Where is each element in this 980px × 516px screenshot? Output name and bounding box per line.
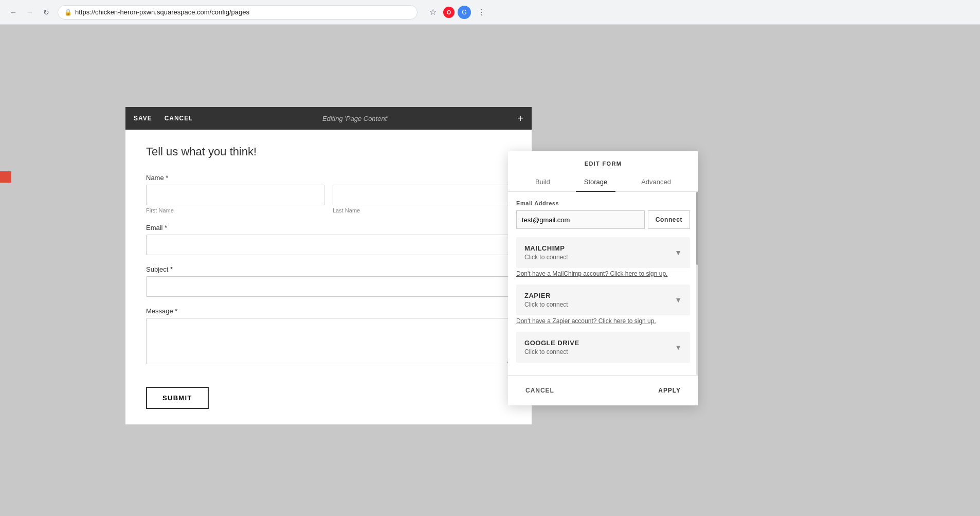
email-connect-row: Connect	[516, 210, 690, 229]
email-address-input[interactable]	[516, 210, 645, 229]
google-drive-card[interactable]: GOOGLE DRIVE Click to connect ▼	[516, 332, 690, 363]
add-content-button[interactable]: +	[517, 113, 523, 124]
panel-header: EDIT FORM Build Storage Advanced	[508, 151, 698, 192]
last-name-field: Last Name	[333, 185, 511, 213]
email-address-label: Email Address	[516, 200, 690, 206]
google-drive-sub: Click to connect	[524, 348, 579, 355]
first-name-input[interactable]	[146, 185, 324, 205]
scroll-thumb	[696, 192, 698, 265]
mailchimp-signup-link[interactable]: Don't have a MailChimp account? Click he…	[516, 270, 690, 277]
zapier-sub: Click to connect	[524, 301, 568, 308]
nav-buttons: ← → ↻	[6, 5, 53, 20]
name-group: Name * First Name Last Name	[146, 174, 511, 213]
subject-label: Subject *	[146, 265, 511, 273]
mailchimp-name: MAILCHIMP	[524, 244, 568, 252]
page-content: SAVE CANCEL Editing 'Page Content' + Tel…	[0, 25, 980, 516]
panel-title: EDIT FORM	[508, 161, 698, 167]
name-label: Name *	[146, 174, 511, 182]
tab-storage[interactable]: Storage	[576, 173, 616, 192]
email-input[interactable]	[146, 235, 511, 255]
tab-build[interactable]: Build	[527, 173, 558, 192]
url-text: https://chicken-heron-pxwn.squarespace.c…	[75, 8, 249, 16]
first-name-label: First Name	[146, 207, 324, 213]
reload-button[interactable]: ↻	[39, 5, 53, 20]
cancel-button[interactable]: CANCEL	[165, 113, 193, 124]
submit-button[interactable]: SUBMIT	[146, 387, 209, 409]
name-row: First Name Last Name	[146, 185, 511, 213]
red-indicator	[0, 171, 11, 183]
panel-apply-button[interactable]: APPLY	[649, 383, 690, 398]
scrollbar[interactable]	[696, 192, 698, 375]
mailchimp-card[interactable]: MAILCHIMP Click to connect ▼	[516, 237, 690, 268]
zapier-info: ZAPIER Click to connect	[524, 292, 568, 308]
last-name-input[interactable]	[333, 185, 511, 205]
mailchimp-info: MAILCHIMP Click to connect	[524, 244, 568, 261]
last-name-label: Last Name	[333, 207, 511, 213]
mailchimp-sub: Click to connect	[524, 254, 568, 261]
subject-input[interactable]	[146, 276, 511, 297]
page-heading: Tell us what you think!	[146, 145, 511, 158]
tab-advanced[interactable]: Advanced	[633, 173, 679, 192]
lock-icon: 🔒	[64, 9, 72, 16]
bookmark-button[interactable]: ☆	[426, 5, 440, 20]
editing-container: SAVE CANCEL Editing 'Page Content' + Tel…	[125, 107, 532, 424]
google-drive-arrow-icon: ▼	[675, 343, 682, 351]
subject-group: Subject *	[146, 265, 511, 297]
message-group: Message *	[146, 307, 511, 366]
zapier-signup-link[interactable]: Don't have a Zapier account? Click here …	[516, 317, 690, 325]
first-name-field: First Name	[146, 185, 324, 213]
google-drive-info: GOOGLE DRIVE Click to connect	[524, 339, 579, 355]
email-group: Email *	[146, 224, 511, 255]
address-bar[interactable]: 🔒 https://chicken-heron-pxwn.squarespace…	[58, 5, 418, 20]
browser-chrome: ← → ↻ 🔒 https://chicken-heron-pxwn.squar…	[0, 0, 980, 25]
panel-body: Email Address Connect MAILCHIMP Click to…	[508, 192, 698, 375]
opera-icon: O	[443, 7, 455, 18]
menu-button[interactable]: ⋮	[474, 5, 488, 20]
zapier-name: ZAPIER	[524, 292, 568, 299]
google-drive-name: GOOGLE DRIVE	[524, 339, 579, 347]
zapier-arrow-icon: ▼	[675, 296, 682, 304]
mailchimp-arrow-icon: ▼	[675, 248, 682, 257]
profile-icon[interactable]: G	[458, 6, 471, 19]
form-area: Tell us what you think! Name * First Nam…	[125, 130, 532, 424]
message-textarea[interactable]	[146, 318, 511, 364]
edit-form-panel: EDIT FORM Build Storage Advanced Email A…	[508, 151, 698, 405]
panel-cancel-button[interactable]: CANCEL	[516, 383, 564, 398]
back-button[interactable]: ←	[6, 5, 21, 20]
panel-tabs: Build Storage Advanced	[508, 173, 698, 191]
save-button[interactable]: SAVE	[134, 113, 152, 124]
email-connect-button[interactable]: Connect	[648, 210, 690, 229]
zapier-card[interactable]: ZAPIER Click to connect ▼	[516, 284, 690, 315]
panel-footer: CANCEL APPLY	[508, 375, 698, 405]
message-label: Message *	[146, 307, 511, 315]
editing-status: Editing 'Page Content'	[205, 115, 505, 122]
browser-actions: ☆ O G ⋮	[426, 5, 488, 20]
top-toolbar: SAVE CANCEL Editing 'Page Content' +	[125, 107, 532, 130]
email-label: Email *	[146, 224, 511, 232]
forward-button[interactable]: →	[23, 5, 37, 20]
